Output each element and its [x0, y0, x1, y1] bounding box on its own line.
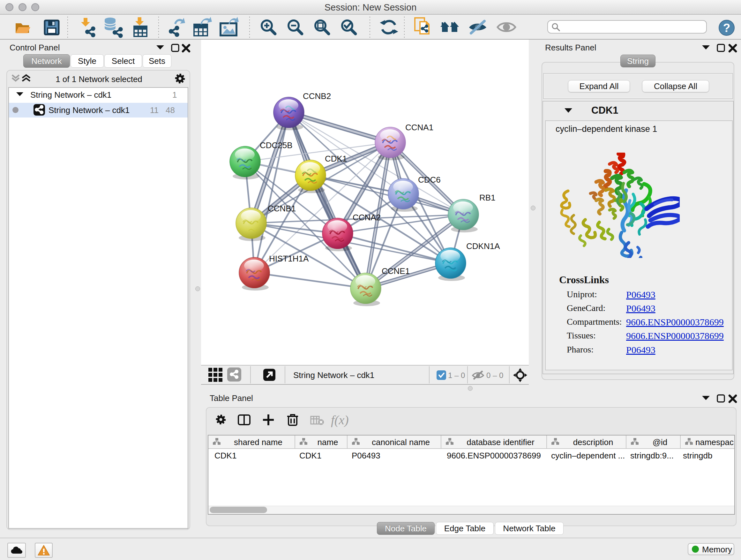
svg-text:CCNB1: CCNB1	[268, 204, 296, 213]
svg-text:CDK1: CDK1	[325, 154, 347, 164]
svg-text:CCNA2: CCNA2	[353, 212, 381, 222]
svg-text:CDKN1A: CDKN1A	[466, 241, 500, 251]
svg-text:CCNB2: CCNB2	[303, 91, 331, 101]
svg-text:RB1: RB1	[479, 193, 495, 202]
svg-text:HIST1H1A: HIST1H1A	[269, 254, 309, 263]
svg-text:CDC6: CDC6	[418, 175, 441, 185]
svg-text:CCNA1: CCNA1	[405, 123, 433, 132]
svg-text:CDC25B: CDC25B	[260, 140, 293, 150]
svg-text:CCNE1: CCNE1	[382, 266, 410, 276]
